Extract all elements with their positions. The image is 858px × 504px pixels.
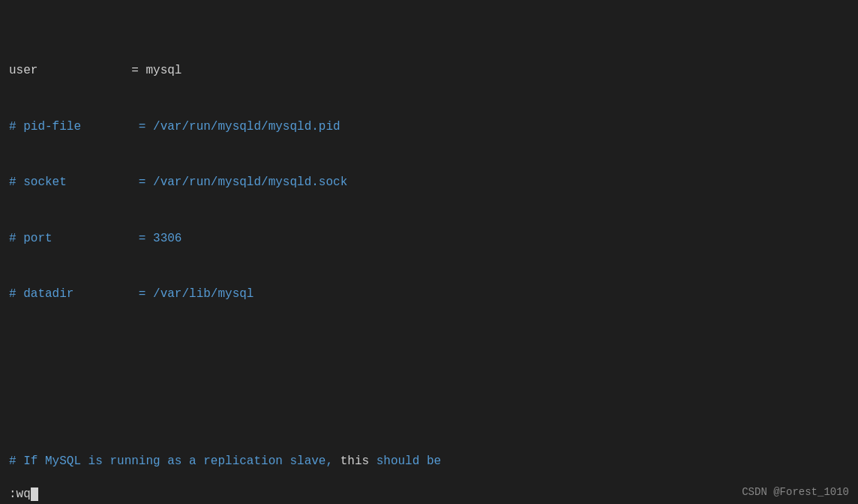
line-comment-replication: # If MySQL is running as a replication s… bbox=[9, 452, 849, 471]
line-pid: # pid-file = /var/run/mysqld/mysqld.pid bbox=[9, 118, 849, 136]
terminal: user = mysql # pid-file = /var/run/mysql… bbox=[0, 0, 858, 504]
status-bar: :wq CSDN @Forest_1010 bbox=[0, 484, 858, 504]
line-datadir: # datadir = /var/lib/mysql bbox=[9, 285, 849, 304]
key-user: user bbox=[9, 64, 38, 77]
watermark: CSDN @Forest_1010 bbox=[742, 486, 849, 498]
line-user: user = mysql bbox=[9, 62, 849, 80]
line-socket: # socket = /var/run/mysqld/mysqld.sock bbox=[9, 173, 849, 192]
code-content: user = mysql # pid-file = /var/run/mysql… bbox=[9, 6, 849, 504]
line-port: # port = 3306 bbox=[9, 230, 849, 248]
cursor bbox=[31, 488, 38, 501]
line-empty1 bbox=[9, 340, 849, 359]
vim-command: :wq bbox=[9, 488, 38, 501]
line-empty2 bbox=[9, 397, 849, 416]
